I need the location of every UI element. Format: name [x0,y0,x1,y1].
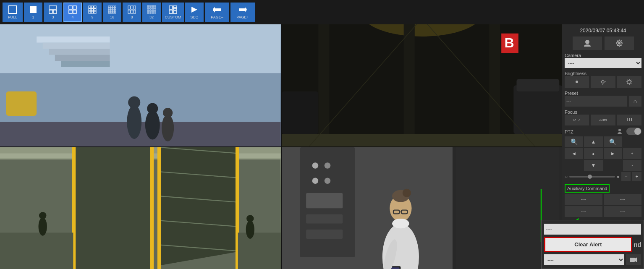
toolbar-btn-page-minus[interactable]: PAGE– [205,3,229,22]
toolbar-btn-page-plus[interactable]: PAGE+ [230,3,255,22]
aux-btn-3[interactable]: ---- [565,206,602,217]
svg-point-87 [147,103,158,114]
svg-rect-60 [147,12,149,14]
svg-point-130 [246,220,254,239]
svg-point-137 [312,162,318,169]
svg-point-139 [312,178,318,184]
app-wrapper: FULL 1 3 4 [0,0,644,269]
svg-rect-178 [630,258,635,262]
slider-plus-btn[interactable]: + [632,172,641,181]
popup-top-row [544,224,641,235]
preset-input[interactable] [565,96,627,107]
ptz-empty3-btn [604,160,622,171]
svg-line-172 [631,80,631,80]
toolbar-btn-custom[interactable]: CUSTOM [162,3,184,22]
svg-point-128 [39,217,47,236]
preset-label: Preset [565,91,641,96]
svg-point-147 [402,188,411,197]
toolbar-btn-16[interactable]: 16 [103,3,121,22]
svg-marker-74 [245,7,247,13]
brightness-high-btn[interactable] [617,76,641,88]
aux-btn-2[interactable]: ---- [604,194,641,205]
svg-rect-4 [53,10,57,13]
ptz-center-btn[interactable]: ● [584,148,602,159]
focus-ptz-btn[interactable]: PTZ [565,115,589,125]
svg-rect-47 [151,7,152,8]
ptz-slider-row: ○ ● − + [565,172,641,181]
toolbar-btn-3[interactable]: 3 [44,3,62,22]
svg-rect-101 [513,85,562,134]
svg-rect-26 [108,10,110,12]
svg-rect-95 [403,24,414,146]
svg-rect-76 [0,24,281,73]
brightness-mid-btn[interactable] [591,76,615,88]
toolbar-btn-8[interactable]: 8 [123,3,141,22]
svg-rect-5 [69,6,72,9]
popup-bottom-dropdown[interactable]: ---- [544,254,624,265]
ptz-right-btn[interactable]: ► [604,148,622,159]
svg-rect-44 [154,5,156,7]
svg-rect-79 [43,43,110,49]
aux-btn-1[interactable]: ---- [565,194,602,205]
user-icon-button[interactable] [573,37,602,50]
toolbar-btn-seq[interactable]: SEQ [185,3,204,22]
ptz-up-btn[interactable]: ▲ [584,136,602,147]
video-cell-4[interactable] [282,147,563,269]
svg-rect-78 [37,37,110,43]
svg-rect-52 [151,9,152,10]
toolbar-btn-32[interactable]: 32 [142,3,161,22]
toolbar: FULL 1 3 4 [0,0,644,24]
preset-controls: ⌂ [565,96,641,107]
focus-auto-btn[interactable]: Auto [591,115,615,125]
popup-camera-btn[interactable] [626,254,641,265]
video-cell-2[interactable]: B [282,24,563,146]
svg-point-153 [392,218,409,228]
slider-minus-btn[interactable]: − [621,172,631,181]
svg-rect-127 [238,232,281,269]
aux-label-border: Auxiliary Command [565,184,610,193]
video-cell-1[interactable] [0,24,281,146]
svg-rect-57 [151,10,152,12]
svg-rect-56 [149,10,150,12]
brightness-low-btn[interactable] [565,76,589,88]
svg-text:B: B [504,35,514,50]
svg-rect-45 [147,7,149,8]
ptz-zoom-in-btn[interactable]: 🔍 [604,136,622,147]
svg-rect-69 [173,11,177,13]
ptz-speed1-btn[interactable]: + [623,148,641,159]
video-grid: B [0,24,562,269]
toolbar-btn-9[interactable]: 9 [83,3,102,22]
toolbar-btn-full[interactable]: FULL [3,3,23,22]
ptz-left-btn[interactable]: ◄ [565,148,583,159]
ptz-speed2-btn[interactable]: - [623,160,641,171]
focus-manual-btn[interactable] [617,115,641,125]
aux-btn-4[interactable]: ---- [604,206,641,217]
ptz-slider[interactable] [569,176,615,178]
preset-home-btn[interactable]: ⌂ [629,96,641,107]
video-cell-3[interactable] [0,147,281,269]
camera-dropdown[interactable]: ---- [565,58,641,68]
ptz-toggle[interactable] [626,128,641,135]
popup-top-input[interactable] [544,224,641,235]
svg-rect-49 [154,7,156,8]
brightness-controls [565,76,641,88]
svg-rect-59 [154,10,156,12]
aux-section: Auxiliary Command ---- ---- ---- ---- [565,184,641,217]
clear-alert-button[interactable]: Clear Alert [544,237,632,252]
svg-rect-22 [108,8,110,10]
svg-point-177 [618,129,621,131]
aux-label: Auxiliary Command [567,186,607,191]
svg-rect-11 [94,6,96,8]
ptz-down-btn[interactable]: ▼ [584,160,602,171]
svg-rect-99 [282,134,563,146]
svg-point-131 [246,215,254,222]
popup-panel: Clear Alert nd ---- [541,220,644,269]
svg-rect-10 [92,6,94,8]
settings-icon-button[interactable] [605,37,634,50]
svg-rect-0 [9,6,16,13]
brightness-label: Brightness [565,71,641,76]
ptz-zoom-out-btn[interactable]: 🔍 [565,136,583,147]
toolbar-btn-4[interactable]: 4 [63,3,82,22]
svg-line-171 [631,84,631,84]
toolbar-btn-1[interactable]: 1 [24,3,42,22]
